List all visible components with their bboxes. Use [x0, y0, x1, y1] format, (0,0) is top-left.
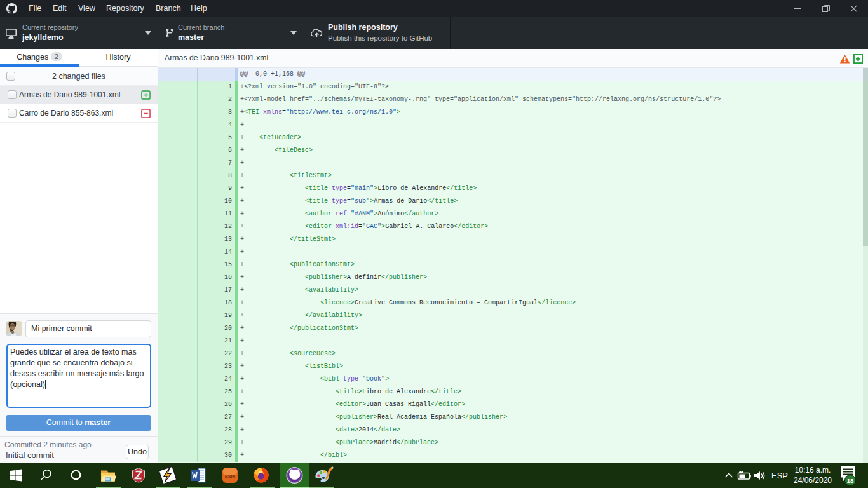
svg-text:18: 18 — [847, 477, 854, 484]
svg-text:iCON: iCON — [225, 474, 236, 478]
